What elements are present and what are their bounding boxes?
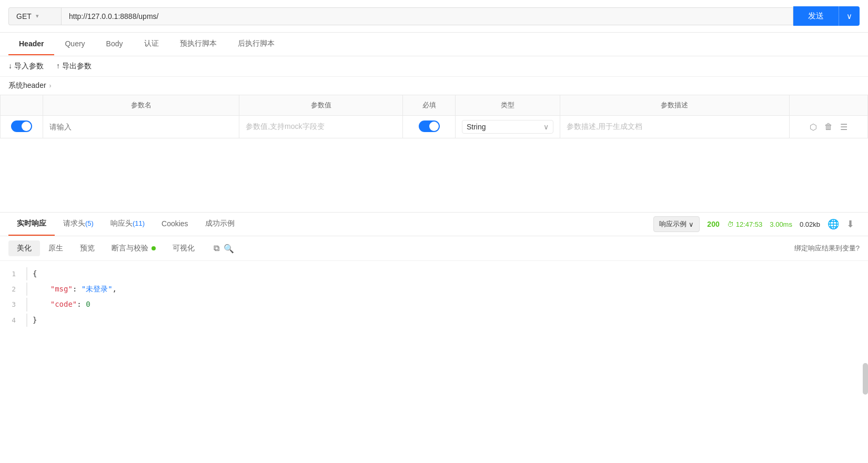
tab-query[interactable]: Query	[54, 33, 95, 55]
code-editor: 1 { 2 "msg": "未登录", 3 "code": 0 4 }	[0, 261, 868, 333]
response-mode-label: 响应示例	[659, 219, 687, 229]
type-chevron-icon: ∨	[543, 123, 549, 131]
response-mode-dropdown[interactable]: 响应示例 ∨	[653, 216, 700, 232]
tab-auth[interactable]: 认证	[134, 33, 169, 56]
col-type-header: 类型	[455, 95, 560, 116]
copy-button[interactable]: ⧉	[211, 241, 221, 255]
assert-dot-indicator	[152, 246, 156, 250]
export-params-button[interactable]: ↑ 导出参数	[56, 62, 92, 71]
line-num-4: 4	[0, 314, 26, 326]
menu-icon[interactable]: ☰	[839, 121, 849, 133]
tab-realtime[interactable]: 实时响应	[8, 213, 55, 236]
format-tabs-bar: 美化 原生 预览 断言与校验 可视化 ⧉ 🔍 绑定响应结果到变量?	[0, 236, 868, 261]
line-num-1: 1	[0, 268, 26, 280]
row-required-cell	[403, 116, 456, 138]
row-desc-placeholder: 参数描述,用于生成文档	[567, 122, 642, 130]
col-check-header	[1, 95, 43, 116]
line-content-3: "code": 0	[26, 298, 868, 311]
tab-cookies[interactable]: Cookies	[153, 213, 197, 235]
line-num-2: 2	[0, 283, 26, 295]
method-label: GET	[16, 12, 32, 21]
code-line-1: 1 {	[0, 266, 868, 281]
col-value-header: 参数值	[239, 95, 403, 116]
row-desc-cell: 参数描述,用于生成文档	[560, 116, 790, 138]
actions-row: ↓ 导入参数 ↑ 导出参数	[0, 56, 868, 77]
method-chevron-icon: ▾	[36, 13, 39, 19]
url-input[interactable]	[61, 7, 793, 25]
send-arrow-icon[interactable]: ∨	[839, 7, 860, 26]
tab-request-headers[interactable]: 请求头(5)	[55, 213, 102, 236]
tab-post-script[interactable]: 后执行脚本	[227, 33, 285, 56]
scrollbar[interactable]	[863, 363, 868, 395]
globe-icon[interactable]: 🌐	[827, 218, 839, 230]
response-size: 0.02kb	[800, 220, 820, 228]
tab-success-example[interactable]: 成功示例	[197, 213, 243, 236]
url-bar: GET ▾ 发送 ∨	[0, 0, 868, 33]
response-section: 实时响应 请求头(5) 响应头(11) Cookies 成功示例 响应示例 ∨ …	[0, 212, 868, 333]
line-content-1: {	[26, 267, 868, 280]
response-speed: 3.00ms	[770, 220, 792, 228]
row-enabled-toggle[interactable]	[11, 120, 32, 132]
params-table: 参数名 参数值 必填 类型 参数描述 参数值,支持mock字段变 Str	[0, 95, 868, 138]
col-required-header: 必填	[403, 95, 456, 116]
tabs-bar: Header Query Body 认证 预执行脚本 后执行脚本	[0, 33, 868, 56]
delete-icon[interactable]: 🗑	[823, 121, 834, 133]
col-desc-header: 参数描述	[560, 95, 790, 116]
row-required-toggle[interactable]	[419, 120, 440, 132]
system-header-label: 系统header	[8, 81, 46, 90]
response-status: 200	[707, 220, 719, 228]
code-line-2: 2 "msg": "未登录",	[0, 281, 868, 297]
table-row: 参数值,支持mock字段变 String ∨ 参数描述,用于生成文档 ⬡ 🗑 ☰	[1, 116, 868, 138]
format-tab-visualize[interactable]: 可视化	[164, 240, 203, 256]
send-label: 发送	[793, 6, 839, 26]
tab-header[interactable]: Header	[8, 33, 54, 55]
download-icon[interactable]: ⬇	[846, 218, 854, 230]
response-tabs-bar: 实时响应 请求头(5) 响应头(11) Cookies 成功示例 响应示例 ∨ …	[0, 213, 868, 236]
format-tab-raw[interactable]: 原生	[40, 240, 72, 256]
col-name-header: 参数名	[43, 95, 239, 116]
system-header-row[interactable]: 系统header ›	[0, 77, 868, 95]
row-name-input[interactable]	[49, 123, 233, 131]
response-mode-chevron-icon: ∨	[689, 220, 694, 228]
format-tab-assert[interactable]: 断言与校验	[103, 240, 164, 256]
system-header-chevron-icon: ›	[49, 82, 52, 89]
row-value-cell: 参数值,支持mock字段变	[239, 116, 403, 138]
row-toggle-cell	[1, 116, 43, 138]
line-num-3: 3	[0, 298, 26, 310]
bind-response-label: 绑定响应结果到变量?	[794, 244, 860, 253]
row-type-select[interactable]: String ∨	[462, 120, 553, 134]
response-time-value: 12:47:53	[736, 220, 763, 228]
search-button[interactable]: 🔍	[221, 241, 236, 256]
format-tab-beautify[interactable]: 美化	[8, 240, 40, 256]
response-time: ⏱ 12:47:53	[727, 220, 763, 228]
col-actions-header	[789, 95, 867, 116]
row-action-buttons: ⬡ 🗑 ☰	[796, 121, 861, 133]
send-button[interactable]: 发送 ∨	[793, 6, 860, 26]
import-params-button[interactable]: ↓ 导入参数	[8, 62, 44, 71]
row-name-cell	[43, 116, 239, 138]
method-select[interactable]: GET ▾	[8, 7, 61, 25]
format-tab-preview[interactable]: 预览	[72, 240, 103, 256]
code-line-4: 4 }	[0, 313, 868, 328]
tab-response-headers[interactable]: 响应头(11)	[102, 213, 153, 236]
row-type-value: String	[467, 123, 486, 131]
tab-body[interactable]: Body	[96, 33, 134, 55]
clock-icon: ⏱	[727, 220, 734, 228]
empty-area	[0, 138, 868, 212]
line-content-2: "msg": "未登录",	[26, 283, 868, 296]
row-type-cell: String ∨	[455, 116, 560, 138]
line-content-4: }	[26, 314, 868, 327]
response-meta: 响应示例 ∨ 200 ⏱ 12:47:53 3.00ms 0.02kb 🌐 ⬇	[648, 216, 860, 232]
tab-pre-script[interactable]: 预执行脚本	[169, 33, 227, 56]
mock-icon[interactable]: ⬡	[809, 121, 818, 133]
row-actions-cell: ⬡ 🗑 ☰	[789, 116, 867, 138]
row-value-placeholder: 参数值,支持mock字段变	[246, 122, 324, 130]
code-line-3: 3 "code": 0	[0, 297, 868, 312]
